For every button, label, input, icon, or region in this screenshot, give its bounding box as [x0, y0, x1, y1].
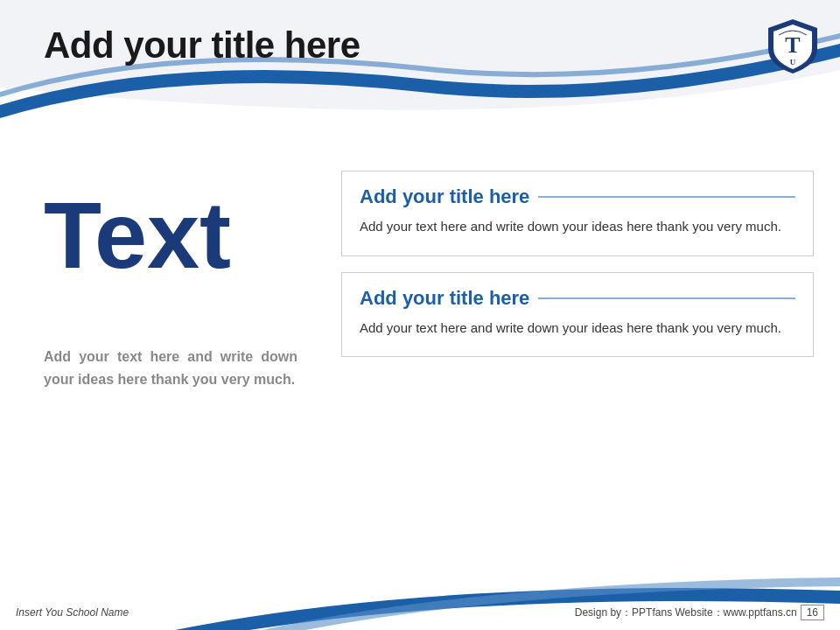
footer-school-name: Insert You School Name: [16, 606, 129, 619]
university-logo: T U: [763, 16, 822, 75]
svg-text:U: U: [790, 58, 796, 66]
page-number: 16: [801, 605, 824, 620]
right-content-column: Add your title here Add your text here a…: [341, 171, 814, 357]
footer: Insert You School Name Design by：PPTfans…: [0, 595, 840, 630]
slide: Add your title here T U Text Add your te…: [0, 0, 840, 630]
box-2-body: Add your text here and write down your i…: [360, 317, 795, 340]
content-box-2: Add your title here Add your text here a…: [341, 272, 814, 358]
footer-right: Design by：PPTfans Website：www.pptfans.cn…: [575, 605, 824, 620]
box-1-title-line: [538, 196, 795, 198]
top-decoration: [0, 0, 840, 140]
footer-credits: Design by：PPTfans Website：www.pptfans.cn: [575, 606, 797, 620]
box-2-title: Add your title here: [360, 287, 795, 310]
large-text-display: Text: [44, 188, 231, 283]
box-2-title-line: [538, 298, 795, 299]
box-1-title: Add your title here: [360, 186, 795, 208]
left-body-text: Add your text here and write down your i…: [44, 346, 298, 390]
box-1-body: Add your text here and write down your i…: [360, 215, 795, 238]
content-box-1: Add your title here Add your text here a…: [341, 171, 814, 256]
svg-text:T: T: [785, 32, 800, 58]
slide-title: Add your title here: [44, 24, 360, 66]
